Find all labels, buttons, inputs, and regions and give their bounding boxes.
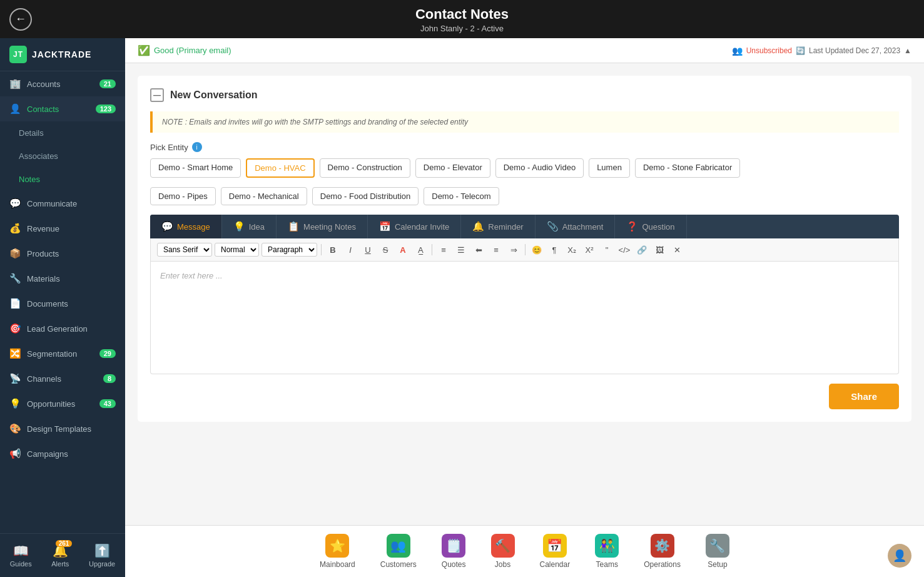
entity-tag-audio-video[interactable]: Demo - Audio Video: [495, 158, 584, 178]
size-select[interactable]: Normal: [215, 243, 259, 257]
editor-text-area[interactable]: Enter text here ...: [150, 262, 899, 374]
sidebar-item-revenue[interactable]: 💰 Revenue: [0, 216, 125, 241]
share-btn-container: Share: [150, 384, 899, 409]
top-header: ← Contact Notes John Stanly - 2 - Active: [0, 0, 924, 38]
share-button[interactable]: Share: [829, 384, 899, 409]
entity-tag-hvac[interactable]: Demo - HVAC: [246, 158, 314, 178]
sidebar-item-details[interactable]: Details: [0, 121, 125, 145]
sidebar-item-accounts[interactable]: 🏢 Accounts 21: [0, 71, 125, 96]
entity-tag-food-distribution[interactable]: Demo - Food Distribution: [312, 187, 419, 205]
paragraph-button[interactable]: ¶: [547, 242, 562, 257]
nav-jobs[interactable]: 🔨 Jobs: [479, 531, 527, 572]
sidebar-label-associates: Associates: [19, 151, 58, 161]
entity-tag-mechanical[interactable]: Demo - Mechanical: [221, 187, 307, 205]
sidebar-item-lead-generation[interactable]: 🎯 Lead Generation: [0, 316, 125, 341]
quote-button[interactable]: ": [599, 242, 614, 257]
sidebar-item-design-templates[interactable]: 🎨 Design Templates: [0, 416, 125, 441]
image-button[interactable]: 🖼: [652, 242, 667, 257]
operations-icon: ⚙️: [651, 534, 674, 558]
sidebar-label-materials: Materials: [27, 274, 60, 283]
tab-calendar-invite[interactable]: 📅 Calendar Invite: [368, 215, 461, 238]
nav-teams[interactable]: 👫 Teams: [582, 531, 631, 572]
nav-setup[interactable]: 🔧 Setup: [693, 531, 742, 572]
campaigns-icon: 📢: [9, 448, 21, 459]
sidebar-bottom-alerts[interactable]: 🔔 261 Alerts: [48, 540, 72, 571]
upgrade-label: Upgrade: [89, 560, 115, 568]
color-button[interactable]: A: [395, 242, 410, 257]
tab-question[interactable]: ❓ Question: [615, 215, 686, 238]
teams-icon: 👫: [595, 534, 619, 558]
code-button[interactable]: </>: [617, 242, 632, 257]
user-avatar[interactable]: 👤: [888, 544, 911, 568]
list-unordered-button[interactable]: ☰: [454, 242, 469, 257]
logo-text: JACKTRADE: [32, 49, 91, 59]
entity-tag-telecom[interactable]: Demo - Telecom: [424, 187, 499, 205]
materials-icon: 🔧: [9, 273, 21, 284]
nav-calendar[interactable]: 📅 Calendar: [527, 531, 583, 572]
highlight-button[interactable]: A̲: [413, 242, 428, 257]
nav-operations[interactable]: ⚙️ Operations: [631, 531, 693, 572]
opportunities-icon: 💡: [9, 398, 21, 409]
sidebar-item-segmentation[interactable]: 🔀 Segmentation 29: [0, 341, 125, 366]
entity-tag-lumen[interactable]: Lumen: [589, 158, 630, 178]
style-select[interactable]: Paragraph: [261, 243, 317, 257]
entity-tag-construction[interactable]: Demo - Construction: [320, 158, 410, 178]
nav-calendar-label: Calendar: [540, 560, 571, 569]
tab-meeting-notes[interactable]: 📋 Meeting Notes: [277, 215, 368, 238]
sep3: [525, 244, 525, 255]
align-center-button[interactable]: ≡: [489, 242, 504, 257]
font-select[interactable]: Sans Serif: [157, 243, 212, 257]
sidebar-item-opportunities[interactable]: 💡 Opportunities 43: [0, 391, 125, 416]
align-left-button[interactable]: ⬅: [471, 242, 486, 257]
sidebar-bottom: 📖 Guides 🔔 261 Alerts ⬆️ Upgrade: [0, 533, 125, 577]
sidebar-item-notes[interactable]: Notes: [0, 168, 125, 191]
italic-button[interactable]: I: [343, 242, 358, 257]
back-button[interactable]: ←: [9, 8, 32, 31]
entity-tag-smart-home[interactable]: Demo - Smart Home: [150, 158, 241, 178]
sidebar-item-associates[interactable]: Associates: [0, 145, 125, 168]
tab-reminder[interactable]: 🔔 Reminder: [461, 215, 535, 238]
meeting-notes-tab-icon: 📋: [288, 221, 300, 232]
entity-tag-elevator[interactable]: Demo - Elevator: [415, 158, 490, 178]
sidebar-item-contacts[interactable]: 👤 Contacts 123: [0, 96, 125, 121]
link-button[interactable]: 🔗: [634, 242, 649, 257]
nav-jobs-label: Jobs: [495, 560, 510, 569]
tab-message[interactable]: 💬 Message: [150, 215, 222, 238]
underline-button[interactable]: U: [360, 242, 375, 257]
tab-reminder-label: Reminder: [488, 222, 523, 232]
bold-button[interactable]: B: [325, 242, 340, 257]
tab-idea[interactable]: 💡 Idea: [222, 215, 277, 238]
refresh-icon: 🔄: [796, 46, 805, 55]
sidebar-item-campaigns[interactable]: 📢 Campaigns: [0, 441, 125, 466]
main-content: — New Conversation NOTE : Emails and inv…: [125, 63, 924, 525]
sidebar-item-communicate[interactable]: 💬 Communicate: [0, 191, 125, 216]
nav-quotes[interactable]: 🗒️ Quotes: [429, 531, 479, 572]
clear-button[interactable]: ✕: [669, 242, 684, 257]
sidebar-item-channels[interactable]: 📡 Channels 8: [0, 366, 125, 391]
list-ordered-button[interactable]: ≡: [436, 242, 451, 257]
strikethrough-button[interactable]: S: [378, 242, 393, 257]
revenue-icon: 💰: [9, 223, 21, 234]
nav-mainboard[interactable]: ⭐ Mainboard: [307, 531, 368, 572]
lead-generation-icon: 🎯: [9, 323, 21, 334]
upgrade-icon: ⬆️: [94, 543, 110, 558]
emoji-button[interactable]: 😊: [529, 242, 544, 257]
entity-tag-pipes[interactable]: Demo - Pipes: [150, 187, 216, 205]
sidebar-item-documents[interactable]: 📄 Documents: [0, 291, 125, 316]
channels-badge: 8: [103, 374, 116, 383]
conversation-title: New Conversation: [170, 89, 258, 101]
accounts-badge: 21: [99, 79, 116, 88]
align-right-button[interactable]: ⇒: [506, 242, 521, 257]
sidebar-item-materials[interactable]: 🔧 Materials: [0, 266, 125, 291]
sidebar-item-products[interactable]: 📦 Products: [0, 241, 125, 266]
nav-customers[interactable]: 👥 Customers: [368, 531, 429, 572]
mainboard-icon: ⭐: [325, 534, 349, 558]
user-icon: 👥: [732, 46, 743, 56]
tab-attachment[interactable]: 📎 Attachment: [536, 215, 616, 238]
superscript-button[interactable]: X²: [582, 242, 597, 257]
sidebar-label-segmentation: Segmentation: [27, 349, 77, 359]
entity-tag-stone-fabricator[interactable]: Demo - Stone Fabricator: [635, 158, 740, 178]
subscript-button[interactable]: X₂: [564, 242, 579, 257]
sidebar-bottom-upgrade[interactable]: ⬆️ Upgrade: [86, 540, 118, 571]
sidebar-bottom-guides[interactable]: 📖 Guides: [7, 540, 35, 571]
